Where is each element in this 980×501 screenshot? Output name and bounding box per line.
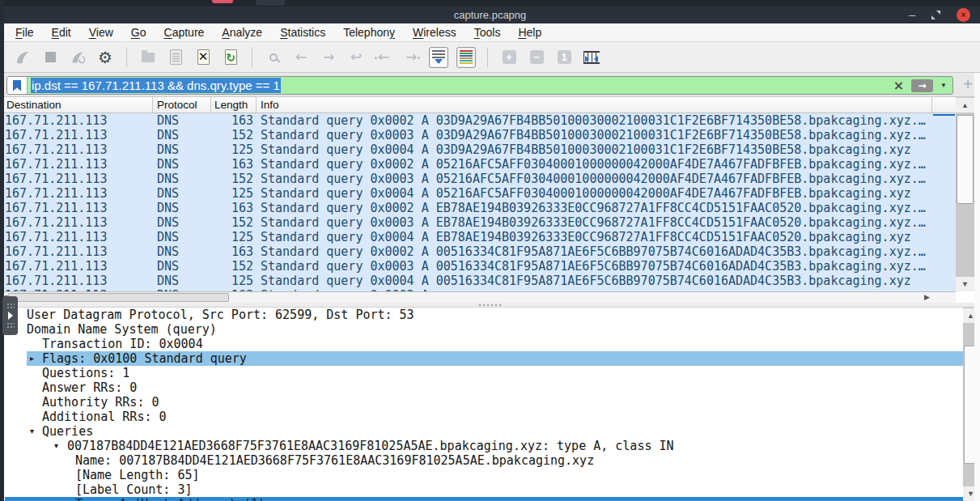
menu-file[interactable]: File: [6, 23, 43, 41]
packet-list-hscrollbar[interactable]: ◀ ▶: [0, 291, 956, 303]
filter-bookmark-button[interactable]: [7, 77, 28, 94]
collapse-arrow-icon[interactable]: ▾: [54, 439, 58, 453]
detail-text: Queries: [42, 424, 93, 439]
start-capture-icon[interactable]: [13, 47, 32, 68]
capture-options-icon[interactable]: ⚙: [95, 47, 115, 68]
packet-row[interactable]: 167.71.211.113DNS152Standard query 0x000…: [0, 172, 956, 186]
filter-dropdown-caret[interactable]: ▼: [940, 82, 947, 89]
go-forward-icon[interactable]: →: [319, 47, 338, 68]
scroll-down-icon[interactable]: ▼: [956, 277, 974, 291]
restart-capture-icon[interactable]: [68, 47, 87, 68]
auto-scroll-button[interactable]: [429, 47, 448, 68]
column-info[interactable]: Info: [261, 97, 279, 113]
detail-line[interactable]: Authority RRs: 0: [0, 395, 963, 410]
zoom-100-icon[interactable]: 1: [554, 47, 574, 68]
column-destination[interactable]: Destination: [6, 97, 62, 113]
menu-capture[interactable]: Capture: [155, 23, 214, 41]
zoom-out-icon[interactable]: −: [527, 47, 546, 68]
expand-arrow-icon[interactable]: ▸: [30, 351, 34, 366]
column-protocol[interactable]: Protocol: [157, 97, 197, 113]
detail-line[interactable]: Name: 007187B84DD4E121AED3668F75F3761E8A…: [0, 453, 963, 468]
toolbar-separator: [487, 48, 488, 67]
detail-line[interactable]: Transaction ID: 0x0004: [0, 337, 963, 351]
detail-line[interactable]: ▾007187B84DD4E121AED3668F75F3761E8AAC316…: [0, 439, 963, 453]
column-divider[interactable]: [256, 97, 257, 113]
drag-dots-icon: [6, 303, 15, 309]
menu-help[interactable]: Help: [509, 23, 550, 41]
details-line-clipped[interactable]: Type: A (Host Address) (1): [0, 497, 963, 501]
resize-columns-icon[interactable]: [582, 47, 601, 68]
detail-text: Domain Name System (query): [27, 322, 217, 337]
menu-statistics[interactable]: Statistics: [271, 23, 334, 41]
column-divider[interactable]: [931, 97, 932, 113]
close-file-icon[interactable]: ✕: [193, 47, 213, 68]
packet-row[interactable]: 167.71.211.113DNS163Standard query 0x000…: [0, 244, 956, 259]
detail-line[interactable]: Additional RRs: 0: [0, 410, 963, 424]
collapse-arrow-icon[interactable]: ▾: [30, 424, 34, 439]
packet-row[interactable]: 167.71.211.113DNS163Standard query 0x000…: [0, 201, 956, 215]
menu-go[interactable]: Go: [122, 23, 155, 41]
menu-view[interactable]: View: [80, 23, 122, 41]
hscrollbar-thumb[interactable]: [8, 293, 229, 302]
restore-button[interactable]: [931, 11, 940, 19]
background-app-tab: [256, 0, 285, 6]
packet-row[interactable]: 167.71.211.113DNS125Standard query 0x000…: [0, 186, 956, 201]
packet-row[interactable]: 167.71.211.113DNS152Standard query 0x000…: [0, 128, 956, 142]
packet-list: 167.71.211.113DNS163Standard query 0x000…: [0, 113, 956, 288]
scroll-up-icon[interactable]: ▲: [956, 98, 974, 113]
detail-line[interactable]: Domain Name System (query): [0, 322, 963, 337]
overlay-handle-button[interactable]: [2, 296, 18, 335]
save-file-icon[interactable]: [166, 47, 185, 68]
scrollbar-thumb[interactable]: [957, 115, 974, 204]
packet-row[interactable]: 167.71.211.113DNS152Standard query 0x000…: [0, 259, 956, 274]
menu-tools[interactable]: Tools: [465, 23, 510, 41]
detail-line[interactable]: ▾Queries: [0, 424, 963, 439]
go-last-packet-icon[interactable]: →: [401, 47, 421, 68]
detail-text: Additional RRs: 0: [42, 410, 167, 424]
filter-bar: ip.dst == 167.71.211.113 && dns.qry.type…: [0, 73, 980, 97]
filter-clear-icon[interactable]: ×: [893, 79, 904, 92]
detail-text: [Name Length: 65]: [75, 468, 200, 482]
column-divider[interactable]: [210, 97, 211, 113]
column-length[interactable]: Length: [214, 97, 248, 113]
detail-line[interactable]: Questions: 1: [0, 366, 963, 380]
open-file-icon[interactable]: [138, 47, 158, 68]
stop-capture-icon[interactable]: [40, 47, 60, 68]
filter-apply-button[interactable]: →: [911, 79, 933, 92]
detail-line[interactable]: [Label Count: 3]: [0, 482, 963, 497]
menu-telephony[interactable]: Telephony: [334, 23, 404, 41]
colorize-button[interactable]: [456, 47, 476, 68]
splitter-grip[interactable]: [479, 304, 502, 306]
display-filter-input[interactable]: ip.dst == 167.71.211.113 && dns.qry.type…: [6, 76, 953, 95]
menu-analyze[interactable]: Analyze: [213, 23, 271, 41]
go-to-packet-icon[interactable]: ↩: [346, 47, 366, 68]
packet-row[interactable]: 167.71.211.113DNS163Standard query 0x000…: [0, 157, 956, 172]
filter-expression[interactable]: ip.dst == 167.71.211.113 && dns.qry.type…: [31, 78, 281, 93]
filter-add-button[interactable]: +: [960, 77, 976, 93]
packet-row[interactable]: 167.71.211.113DNS163Standard query 0x000…: [0, 113, 956, 128]
packet-list-header[interactable]: Destination Protocol Length Info: [0, 97, 956, 113]
zoom-in-icon[interactable]: +: [499, 47, 519, 68]
detail-line[interactable]: Answer RRs: 0: [0, 380, 963, 395]
close-button[interactable]: ×: [957, 8, 970, 22]
packet-row[interactable]: 167.71.211.113DNS152Standard query 0x000…: [0, 215, 956, 230]
column-divider[interactable]: [152, 97, 153, 113]
detail-text: Transaction ID: 0x0004: [42, 337, 203, 351]
detail-line[interactable]: ▸Flags: 0x0100 Standard query: [0, 351, 963, 366]
packet-row[interactable]: 167.71.211.113DNS125Standard query 0x000…: [0, 274, 956, 288]
scroll-right-icon[interactable]: ▶: [924, 292, 930, 303]
reload-file-icon[interactable]: ↻: [221, 47, 240, 68]
packet-row[interactable]: 167.71.211.113DNS125Standard query 0x000…: [0, 142, 956, 157]
titlebar[interactable]: capture.pcapng – ×: [0, 6, 980, 23]
minimize-button[interactable]: –: [909, 6, 915, 23]
detail-line[interactable]: User Datagram Protocol, Src Port: 62599,…: [0, 308, 963, 322]
find-packet-icon[interactable]: [264, 47, 283, 68]
packet-row[interactable]: 167.71.211.113DNS125Standard query 0x000…: [0, 230, 956, 244]
packet-list-scrollbar[interactable]: ▲ ▼: [956, 97, 974, 291]
bookmark-icon: [13, 80, 21, 91]
menu-wireless[interactable]: Wireless: [404, 23, 465, 41]
go-first-packet-icon[interactable]: ←: [374, 47, 393, 68]
go-back-icon[interactable]: ←: [291, 47, 311, 68]
detail-line[interactable]: [Name Length: 65]: [0, 468, 963, 482]
menu-edit[interactable]: Edit: [43, 23, 80, 41]
